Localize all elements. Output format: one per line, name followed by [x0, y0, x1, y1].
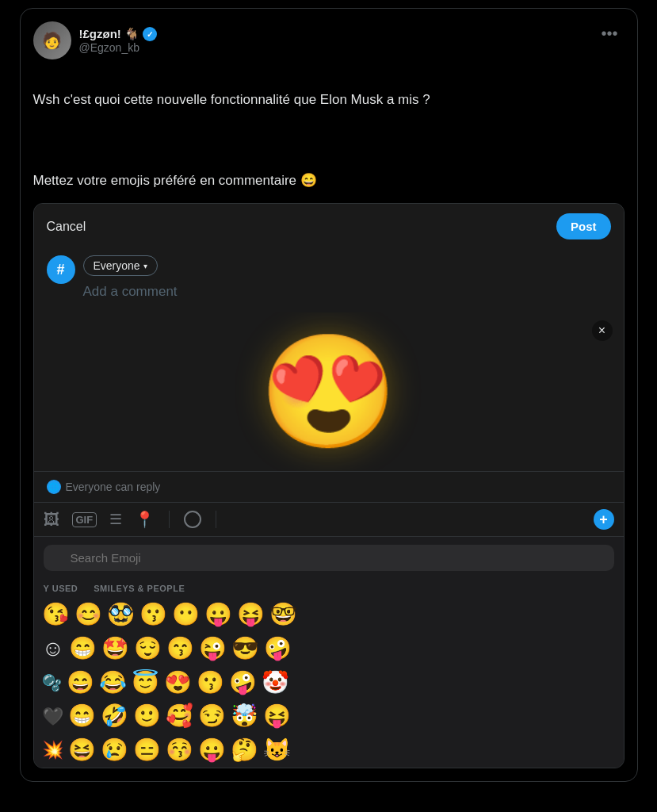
comment-input[interactable]: Add a comment: [83, 281, 611, 303]
emoji-cell[interactable]: 😁: [67, 634, 98, 665]
chevron-down-icon: ▾: [143, 262, 147, 270]
everyone-dropdown[interactable]: Everyone ▾: [83, 255, 158, 276]
gif-button[interactable]: GIF: [72, 512, 97, 527]
emoji-cell[interactable]: 😜: [197, 634, 228, 665]
emoji-row-3: 🫧 😄 😂 😇 😍 😗 🤪 🤡: [34, 666, 624, 700]
emoji-cell[interactable]: 😆: [67, 735, 97, 766]
composer-right: Everyone ▾ Add a comment: [83, 255, 611, 303]
tweet-header-left: 🧑 !£gzøn! 🐐 ✓ @Egzon_kb: [33, 21, 158, 59]
avatar: 🧑: [33, 21, 71, 59]
emoji-row-1: 😘 😊 🥸 😗 😶 😛 😝 🤓: [34, 598, 624, 632]
emoji-category-labels: Y USED SMILEYS & PEOPLE: [34, 579, 624, 598]
emoji-cell[interactable]: 😄: [65, 668, 96, 699]
emoji-cell[interactable]: 😌: [132, 634, 163, 665]
composer-header: Cancel Post: [34, 204, 624, 249]
emoji-cell[interactable]: 😏: [197, 701, 227, 732]
emoji-cell[interactable]: 😗: [138, 599, 169, 630]
list-icon[interactable]: ☰: [109, 511, 122, 528]
add-media-button[interactable]: +: [594, 509, 614, 530]
emoji-cell[interactable]: 😑: [132, 735, 162, 766]
emoji-picker: 🔍 Y USED SMILEYS & PEOPLE 😘 😊 🥸 😗 😶 😛 😝 …: [34, 536, 624, 768]
more-options-button[interactable]: •••: [594, 21, 624, 46]
emoji-cell[interactable]: 😙: [165, 634, 196, 665]
emoji-cell[interactable]: 😊: [73, 599, 104, 630]
emoji-cell[interactable]: 😝: [235, 599, 266, 630]
everyone-label: Everyone: [94, 259, 140, 272]
cancel-button[interactable]: Cancel: [47, 220, 86, 234]
toolbar-divider2: [216, 511, 216, 528]
emoji-cell[interactable]: 🤔: [229, 735, 260, 766]
display-name-text: !£gzøn! 🐐: [79, 27, 140, 41]
emoji-cell[interactable]: 😇: [130, 668, 161, 699]
everyone-can-reply-label: Everyone can reply: [66, 481, 161, 493]
emoji-cell[interactable]: 😂: [97, 668, 128, 699]
emoji-cell[interactable]: 😍: [162, 668, 193, 699]
emoji-cell[interactable]: 🤪: [227, 668, 258, 699]
emoji-cell[interactable]: 🤪: [262, 634, 293, 665]
search-wrapper: 🔍: [44, 545, 614, 571]
emoji-cell[interactable]: 😝: [262, 701, 292, 732]
emoji-cell[interactable]: 😚: [164, 735, 195, 766]
post-button[interactable]: Post: [556, 213, 611, 239]
username: @Egzon_kb: [79, 41, 158, 54]
emoji-row-5: 💥 😆 😢 😑 😚 😛 🤔 😺: [34, 733, 624, 768]
toolbar-divider: [169, 511, 170, 528]
emoji-cell[interactable]: 🤩: [100, 634, 131, 665]
emoji-cell[interactable]: 😛: [203, 599, 234, 630]
composer-toolbar: 🖼 GIF ☰ 📍 +: [34, 502, 624, 536]
composer-body: # Everyone ▾ Add a comment: [34, 249, 624, 312]
tweet-card: 🧑 !£gzøn! 🐐 ✓ @Egzon_kb ••• Wsh c'est qu…: [20, 8, 638, 782]
emoji-cell[interactable]: 😶: [170, 599, 201, 630]
tweet-body: Wsh c'est quoi cette nouvelle fonctionna…: [33, 69, 625, 190]
emoji-cell[interactable]: 😁: [67, 701, 97, 732]
recently-used-label: Y USED: [44, 584, 78, 593]
emoji-cell[interactable]: 🥰: [164, 701, 195, 732]
emoji-cell[interactable]: 🤡: [260, 668, 291, 699]
emoji-cell[interactable]: 🖤: [40, 701, 65, 732]
emoji-preview-area: 😍 ×: [34, 312, 624, 471]
tweet-line1: Wsh c'est quoi cette nouvelle fonctionna…: [33, 92, 430, 107]
emoji-cell[interactable]: 😛: [197, 735, 227, 766]
emoji-cell[interactable]: 😎: [230, 634, 261, 665]
verified-badge: ✓: [143, 27, 157, 41]
emoji-cell[interactable]: 💥: [40, 735, 65, 766]
emoji-cell[interactable]: 🥸: [105, 599, 136, 630]
tweet-header: 🧑 !£gzøn! 🐐 ✓ @Egzon_kb •••: [33, 21, 625, 59]
reply-notice: 🌐 Everyone can reply: [34, 471, 624, 502]
emoji-cell[interactable]: ☺️: [40, 634, 67, 665]
globe-icon: 🌐: [47, 480, 61, 494]
emoji-search-input[interactable]: [44, 545, 614, 571]
emoji-cell[interactable]: 🤓: [268, 599, 299, 630]
circle-indicator: [184, 511, 201, 528]
emoji-cell[interactable]: 😢: [99, 735, 130, 766]
composer-area: Cancel Post # Everyone ▾ Add a comment 😍…: [33, 203, 625, 768]
emoji-cell[interactable]: 😺: [262, 735, 292, 766]
image-icon[interactable]: 🖼: [44, 511, 59, 529]
user-info: !£gzøn! 🐐 ✓ @Egzon_kb: [79, 27, 158, 54]
emoji-cell[interactable]: 😗: [195, 668, 226, 699]
emoji-cell[interactable]: 🙂: [132, 701, 162, 732]
hashtag-icon: #: [47, 255, 75, 284]
tweet-line2: Mettez votre emojis préféré en commentai…: [33, 173, 317, 188]
emoji-cell[interactable]: 🤯: [229, 701, 260, 732]
emoji-cell[interactable]: 🤣: [99, 701, 130, 732]
close-emoji-button[interactable]: ×: [592, 320, 613, 341]
emoji-row-4: 🖤 😁 🤣 🙂 🥰 😏 🤯 😝: [34, 699, 624, 733]
emoji-cell[interactable]: 🫧: [40, 668, 63, 699]
preview-emoji: 😍: [259, 336, 398, 447]
emoji-cell[interactable]: 😘: [40, 599, 71, 630]
location-icon[interactable]: 📍: [135, 510, 155, 529]
smileys-label: SMILEYS & PEOPLE: [94, 584, 185, 593]
display-name: !£gzøn! 🐐 ✓: [79, 27, 158, 41]
emoji-row-2: ☺️ 😁 🤩 😌 😙 😜 😎 🤪: [34, 632, 624, 666]
emoji-search-bar: 🔍: [34, 537, 624, 579]
